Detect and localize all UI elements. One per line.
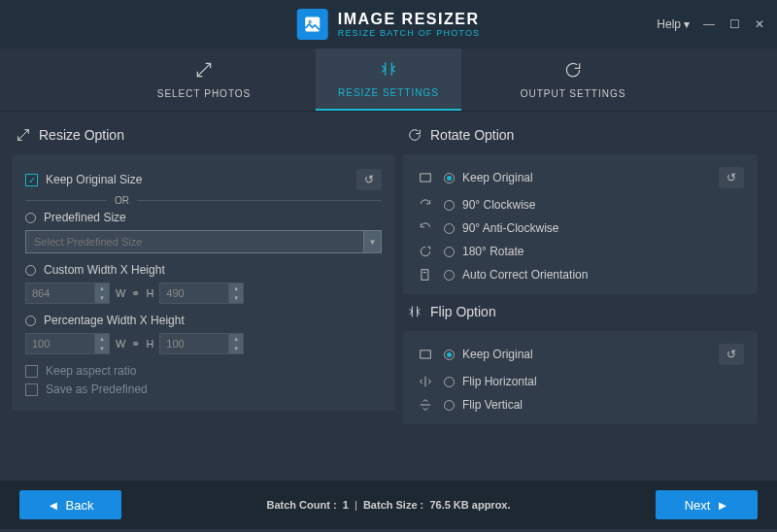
aspect-checkbox[interactable] (25, 365, 38, 378)
w-label: W (116, 338, 125, 349)
rotate-acw-icon (417, 221, 434, 235)
maximize-button[interactable]: ☐ (728, 18, 740, 30)
percent-height-input[interactable]: ▲▼ (159, 333, 244, 354)
percent-width-input[interactable]: ▲▼ (25, 333, 110, 354)
custom-label: Custom Width X Height (44, 263, 165, 277)
custom-width-input[interactable]: ▲▼ (25, 283, 110, 304)
titlebar: IMAGE RESIZER RESIZE BATCH OF PHOTOS Hel… (0, 0, 777, 49)
keep-original-label: Keep Original Size (46, 173, 142, 186)
app-title: IMAGE RESIZER (338, 11, 481, 28)
tab-resize-settings[interactable]: RESIZE SETTINGS (316, 49, 461, 111)
rotate-180-radio[interactable] (444, 247, 455, 257)
reset-rotate-button[interactable]: ↺ (719, 167, 744, 188)
panel-title: Resize Option (39, 127, 124, 143)
back-button[interactable]: ◄ Back (19, 490, 121, 519)
w-label: W (116, 287, 125, 299)
predefined-radio[interactable] (25, 213, 36, 223)
logo-icon (297, 9, 328, 40)
app-logo: IMAGE RESIZER RESIZE BATCH OF PHOTOS (297, 9, 481, 40)
rotate-cw-label: 90° Clockwise (462, 198, 536, 212)
rotate-option-header: Rotate Option (403, 119, 758, 154)
rotate-icon (407, 127, 422, 143)
expand-icon (16, 127, 31, 143)
reset-resize-button[interactable]: ↺ (356, 169, 382, 190)
rotate-180-icon (417, 245, 434, 258)
footer: ◄ Back Batch Count : 1 | Batch Size : 76… (0, 481, 777, 529)
app-subtitle: RESIZE BATCH OF PHOTOS (338, 28, 481, 38)
svg-point-1 (309, 20, 312, 23)
rotate-cw-icon (417, 198, 434, 212)
rotate-panel: Keep Original ↺ 90° Clockwise 90° Anti-C… (403, 154, 758, 294)
rotate-keep-icon (417, 171, 434, 184)
predefined-label: Predefined Size (44, 211, 126, 224)
divider (25, 200, 107, 201)
svg-rect-4 (421, 350, 431, 358)
rotate-acw-radio[interactable] (444, 223, 455, 234)
panel-title: Rotate Option (430, 127, 514, 143)
link-icon[interactable]: ⚭ (131, 287, 140, 300)
or-label: OR (107, 195, 137, 206)
next-button[interactable]: Next ► (656, 490, 758, 519)
tab-label: SELECT PHOTOS (157, 88, 252, 99)
custom-height-input[interactable]: ▲▼ (159, 283, 244, 304)
flip-option-header: Flip Option (403, 302, 758, 331)
help-label: Help (657, 17, 681, 31)
aspect-label: Keep aspect ratio (46, 364, 136, 378)
rotate-keep-radio[interactable] (444, 173, 455, 183)
flip-panel: Keep Original ↺ Flip Horizontal Flip Ver… (403, 331, 758, 424)
refresh-icon (563, 60, 583, 84)
minimize-button[interactable]: — (703, 18, 715, 30)
tab-label: OUTPUT SETTINGS (521, 88, 626, 99)
tab-label: RESIZE SETTINGS (338, 87, 439, 98)
flip-h-radio[interactable] (444, 377, 455, 387)
resize-option-header: Resize Option (12, 119, 395, 154)
rotate-auto-radio[interactable] (444, 270, 455, 281)
back-label: Back (65, 498, 93, 513)
resize-panel: Keep Original Size ↺ OR Predefined Size … (12, 154, 395, 411)
percent-label: Percentage Width X Height (44, 314, 185, 327)
flip-v-label: Flip Vertical (462, 398, 523, 412)
reset-flip-button[interactable]: ↺ (719, 344, 744, 365)
predefined-select[interactable]: ▼ (25, 230, 382, 253)
h-label: H (146, 287, 153, 299)
rotate-cw-radio[interactable] (444, 200, 455, 211)
tab-output-settings[interactable]: OUTPUT SETTINGS (500, 49, 646, 111)
rotate-keep-label: Keep Original (462, 171, 533, 184)
tab-select-photos[interactable]: SELECT PHOTOS (131, 49, 277, 111)
svg-rect-2 (421, 174, 431, 182)
rotate-acw-label: 90° Anti-Clockwise (462, 221, 559, 235)
tabs: SELECT PHOTOS RESIZE SETTINGS OUTPUT SET… (0, 49, 777, 112)
flip-keep-icon (417, 348, 434, 361)
svg-rect-3 (422, 270, 428, 281)
rotate-auto-icon (417, 268, 434, 282)
batch-info: Batch Count : 1 | Batch Size : 76.5 KB a… (121, 499, 656, 511)
percent-radio[interactable] (25, 316, 36, 326)
flip-h-label: Flip Horizontal (462, 375, 537, 388)
panel-title: Flip Option (430, 304, 496, 319)
link-icon[interactable]: ⚭ (131, 338, 140, 350)
dropdown-icon[interactable]: ▼ (364, 230, 382, 253)
h-label: H (146, 338, 153, 349)
close-button[interactable]: ✕ (754, 18, 765, 30)
content: Resize Option Keep Original Size ↺ OR Pr… (0, 112, 777, 481)
flip-keep-radio[interactable] (444, 349, 455, 360)
flip-v-radio[interactable] (444, 400, 455, 411)
rotate-auto-label: Auto Correct Orientation (462, 268, 588, 282)
chevron-down-icon: ▾ (684, 17, 690, 31)
divider (137, 200, 382, 201)
keep-original-checkbox[interactable] (25, 174, 38, 186)
svg-rect-0 (305, 17, 320, 32)
arrow-right-icon: ► (716, 498, 728, 513)
help-menu[interactable]: Help ▾ (657, 17, 690, 31)
expand-icon (194, 60, 214, 84)
save-predefined-label: Save as Predefined (46, 382, 148, 396)
rotate-180-label: 180° Rotate (462, 245, 524, 258)
flip-keep-label: Keep Original (462, 348, 533, 361)
flip-v-icon (417, 398, 434, 412)
custom-radio[interactable] (25, 265, 36, 276)
flip-icon (407, 304, 422, 319)
save-predefined-checkbox[interactable] (25, 383, 38, 396)
resize-icon (379, 59, 398, 83)
arrow-left-icon: ◄ (48, 498, 60, 513)
predefined-input[interactable] (25, 230, 364, 253)
